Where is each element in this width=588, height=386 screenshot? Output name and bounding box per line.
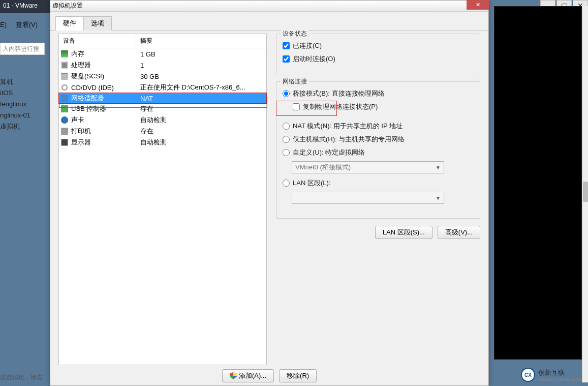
disp-icon [59, 139, 70, 146]
lan-segment-select: ▼ [292, 192, 444, 204]
cpu-icon [59, 62, 70, 69]
scrollbar[interactable] [582, 6, 588, 382]
device-summary: 正在使用文件 D:\CentOS-7-x86_6... [136, 83, 266, 92]
device-row-snd[interactable]: 声卡自动检测 [59, 114, 266, 126]
tree-item[interactable]: itOS [0, 87, 30, 99]
remove-device-button[interactable]: 移除(R) [279, 369, 317, 382]
advanced-button[interactable]: 高级(V)... [438, 226, 480, 239]
hdd-icon [59, 73, 70, 80]
dialog-titlebar[interactable]: 虚拟机设置 ✕ [50, 1, 488, 12]
nat-radio-input[interactable] [283, 123, 290, 130]
parent-status-text: 该虚拟机，请右 [0, 373, 43, 382]
custom-label: 自定义(U): 特定虚拟网络 [293, 148, 365, 157]
group-label: 网络连接 [281, 77, 309, 86]
network-connection-group: 网络连接 桥接模式(B): 直接连接物理网络 复制物理网络连接状态(P) NAT… [276, 81, 480, 219]
lan-segments-button[interactable]: LAN 区段(S)... [375, 226, 432, 239]
menu-item-edit[interactable]: E) [0, 21, 7, 28]
snd-icon [59, 116, 70, 124]
connect-on-power-checkbox[interactable]: 启动时连接(O) [283, 54, 474, 64]
device-status-group: 设备状态 已连接(C) 启动时连接(O) [276, 34, 480, 74]
device-name: 声卡 [70, 115, 136, 125]
device-name: 打印机 [70, 127, 136, 136]
add-device-button[interactable]: 添加(A)... [222, 369, 274, 382]
hostonly-radio-input[interactable] [283, 136, 290, 143]
connected-checkbox-input[interactable] [283, 42, 290, 49]
tree-item[interactable]: 虚拟机 [0, 121, 30, 132]
hostonly-label: 仅主机模式(H): 与主机共享的专用网络 [293, 135, 405, 144]
lan-segment-label: LAN 区段(L): [293, 179, 330, 188]
mem-icon [59, 50, 70, 57]
menu-item-view[interactable]: 查看(V) [16, 21, 38, 28]
scroll-thumb[interactable] [583, 182, 588, 202]
tree-item[interactable]: 算机 [0, 76, 30, 87]
device-row-hdd[interactable]: 硬盘(SCSI)30 GB [59, 71, 266, 82]
device-summary: 存在 [136, 104, 266, 113]
device-summary: 存在 [136, 127, 266, 136]
device-summary: 自动检测 [136, 138, 266, 147]
device-row-prn[interactable]: 打印机存在 [59, 126, 266, 137]
cd-icon [59, 84, 70, 91]
dialog-title: 虚拟机设置 [52, 2, 83, 10]
nat-label: NAT 模式(N): 用于共享主机的 IP 地址 [293, 122, 403, 131]
device-name: USB 控制器 [70, 104, 136, 113]
bridged-radio[interactable]: 桥接模式(B): 直接连接物理网络 [283, 89, 474, 98]
vm-settings-dialog: 虚拟机设置 ✕ 硬件 选项 设备 摘要 内存1 GB处理器1硬盘(SCSI)30… [50, 0, 489, 386]
brand-logo: CX 创新互联 CHUANG XIN HU LIAN [521, 368, 581, 382]
device-list-header: 设备 摘要 [59, 34, 266, 48]
device-name: CD/DVD (IDE) [70, 84, 136, 92]
replicate-checkbox[interactable]: 复制物理网络连接状态(P) [293, 102, 474, 111]
col-summary: 摘要 [136, 34, 266, 48]
chevron-down-icon: ▼ [436, 165, 441, 170]
device-list[interactable]: 设备 摘要 内存1 GB处理器1硬盘(SCSI)30 GBCD/DVD (IDE… [58, 34, 267, 365]
device-row-cpu[interactable]: 处理器1 [59, 60, 266, 71]
vm-tree[interactable]: 算机 itOS fenglinux nglinux-01 虚拟机 [0, 76, 30, 132]
tab-options[interactable]: 选项 [83, 16, 112, 31]
custom-vmnet-value: VMnet0 (桥接模式) [295, 163, 351, 172]
device-summary: 30 GB [136, 73, 266, 80]
device-summary: NAT [136, 95, 266, 102]
device-row-cd[interactable]: CD/DVD (IDE)正在使用文件 D:\CentOS-7-x86_6... [59, 82, 266, 93]
tab-strip: 硬件 选项 [50, 12, 488, 31]
search-input[interactable]: 入内容进行搜 [0, 43, 45, 55]
brand-subtext: CHUANG XIN HU LIAN [538, 377, 581, 382]
chevron-down-icon: ▼ [436, 195, 441, 201]
device-summary: 1 [136, 62, 266, 69]
device-name: 处理器 [70, 61, 136, 70]
brand-text: 创新互联 [538, 368, 581, 377]
device-row-usb[interactable]: USB 控制器存在 [59, 103, 266, 114]
dialog-footer: 添加(A)... 移除(R) [50, 367, 488, 384]
device-row-disp[interactable]: 显示器自动检测 [59, 137, 266, 148]
brand-icon: CX [521, 368, 535, 382]
dialog-close-button[interactable]: ✕ [467, 0, 489, 10]
bridged-radio-input[interactable] [283, 90, 290, 97]
lan-segment-radio-input[interactable] [283, 180, 290, 187]
vm-console-panel [494, 6, 582, 360]
device-name: 内存 [70, 49, 136, 58]
connect-on-power-input[interactable] [283, 55, 290, 63]
device-summary: 自动检测 [136, 115, 266, 125]
parent-menu: E) 查看(V) [0, 20, 45, 29]
lan-segment-radio[interactable]: LAN 区段(L): [283, 179, 474, 188]
device-name: 硬盘(SCSI) [70, 72, 136, 81]
connected-label: 已连接(C) [293, 41, 322, 50]
custom-radio-input[interactable] [283, 149, 290, 156]
prn-icon [59, 128, 70, 135]
tree-item[interactable]: fenglinux [0, 99, 30, 110]
usb-icon [59, 105, 70, 112]
device-row-mem[interactable]: 内存1 GB [59, 48, 266, 60]
tab-hardware[interactable]: 硬件 [55, 16, 84, 31]
tree-item[interactable]: nglinux-01 [0, 110, 30, 121]
add-label: 添加(A)... [239, 371, 266, 380]
device-name: 网络适配器 [70, 94, 136, 103]
custom-vmnet-select: VMnet0 (桥接模式) ▼ [292, 161, 444, 173]
bridged-label: 桥接模式(B): 直接连接物理网络 [293, 89, 385, 98]
replicate-checkbox-input[interactable] [293, 103, 300, 110]
custom-radio[interactable]: 自定义(U): 特定虚拟网络 [283, 148, 474, 157]
replicate-label: 复制物理网络连接状态(P) [303, 102, 378, 111]
hostonly-radio[interactable]: 仅主机模式(H): 与主机共享的专用网络 [283, 135, 474, 144]
connected-checkbox[interactable]: 已连接(C) [283, 41, 474, 50]
device-row-net[interactable]: 网络适配器NAT [58, 93, 267, 104]
nat-radio[interactable]: NAT 模式(N): 用于共享主机的 IP 地址 [283, 122, 474, 131]
connect-on-power-label: 启动时连接(O) [293, 54, 335, 64]
parent-window-title: 01 - VMware [0, 0, 51, 13]
